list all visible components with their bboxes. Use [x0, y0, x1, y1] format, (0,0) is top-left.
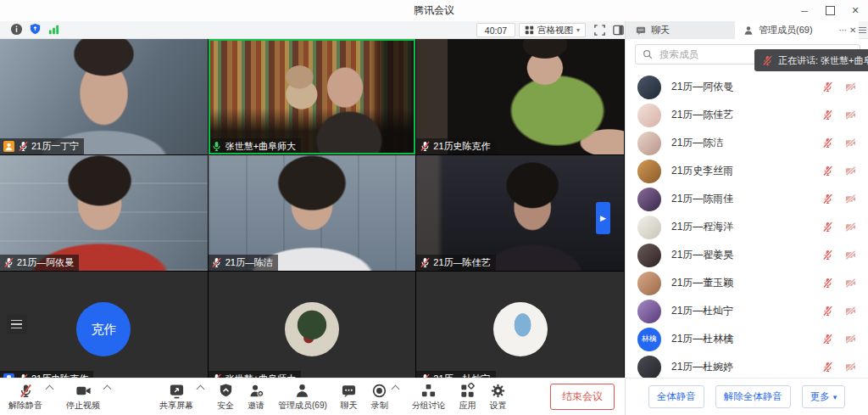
- member-avatar: [637, 132, 661, 155]
- mic-muted-icon[interactable]: [821, 306, 833, 317]
- participant-name-label: 21历史陈克作: [0, 371, 93, 378]
- video-tile[interactable]: 21历史陈克作: [416, 39, 625, 155]
- member-row[interactable]: 21历—董玉颖: [626, 269, 868, 297]
- participant-name-label: 张世慧+曲阜师大: [209, 371, 301, 378]
- video-tile[interactable]: 21历—杜灿宁: [416, 272, 625, 378]
- video-tile[interactable]: 21历—陈洁: [209, 155, 417, 272]
- member-row[interactable]: 21历—陈洁: [626, 129, 868, 157]
- member-row[interactable]: 21历—翟姜昊: [626, 241, 868, 269]
- member-row[interactable]: 林檎 21历—杜林檎: [626, 325, 868, 353]
- panel-actions: ⋯ ✕: [837, 21, 859, 39]
- camera-off-icon[interactable]: [844, 137, 856, 149]
- mute-all-button[interactable]: 全体静音 ▾: [648, 385, 704, 408]
- video-tile[interactable]: 张世慧+曲阜师大: [209, 39, 417, 155]
- menu-icon[interactable]: [859, 21, 868, 39]
- mic-muted-icon[interactable]: [821, 193, 833, 205]
- mic-muted-icon[interactable]: [821, 362, 833, 373]
- members-panel: 21历—阿依曼 21历—陈佳艺 21历—陈洁 21历史李丝雨 21历—陈雨佳: [625, 39, 868, 378]
- minimize-button[interactable]: ─: [792, 0, 817, 21]
- member-list[interactable]: 21历—阿依曼 21历—陈佳艺 21历—陈洁 21历史李丝雨 21历—陈雨佳: [626, 73, 868, 378]
- member-row[interactable]: 21历—陈雨佳: [626, 185, 868, 213]
- mic-muted-icon[interactable]: [821, 222, 833, 233]
- camera-off-icon[interactable]: [844, 222, 856, 233]
- toolbar-share-screen-button[interactable]: 共享屏幕: [159, 383, 193, 412]
- member-row[interactable]: 21历—陈佳艺: [626, 101, 868, 129]
- mic-muted-icon[interactable]: [821, 137, 833, 149]
- video-tile[interactable]: 张世慧+曲阜师大: [209, 272, 417, 378]
- member-avatar: [637, 356, 661, 379]
- share-screen-icon: [169, 383, 185, 399]
- member-row[interactable]: 21历史李丝雨: [626, 157, 868, 185]
- participant-name: 张世慧+曲阜师大: [225, 140, 296, 153]
- mic-status-icon: [419, 141, 431, 153]
- mic-muted-icon[interactable]: [821, 278, 833, 289]
- mic-muted-icon: [761, 54, 773, 66]
- video-tile[interactable]: 21历一丁宁: [0, 39, 209, 155]
- video-tile[interactable]: 克作 21历史陈克作: [0, 272, 209, 378]
- member-status-icons: [821, 306, 856, 317]
- fullscreen-icon[interactable]: [593, 24, 606, 36]
- camera-off-icon[interactable]: [844, 193, 856, 205]
- camera-off-icon[interactable]: [844, 278, 856, 289]
- close-button[interactable]: ✕: [843, 0, 868, 21]
- tab-chat-label: 聊天: [651, 24, 670, 36]
- expand-caret-icon[interactable]: [198, 386, 203, 392]
- camera-off-icon[interactable]: [844, 165, 856, 177]
- close-panel-icon[interactable]: ✕: [849, 25, 856, 35]
- toolbar-breakout-button[interactable]: 分组讨论: [412, 383, 446, 412]
- expand-caret-icon[interactable]: [47, 386, 53, 392]
- meeting-timer: 40:07: [476, 23, 515, 37]
- member-row[interactable]: 21历—杜灿宁: [626, 297, 868, 325]
- participant-avatar: 克作: [76, 302, 131, 356]
- toolbar-apps-button[interactable]: 应用: [459, 383, 476, 412]
- expand-caret-icon[interactable]: [392, 386, 398, 392]
- camera-off-icon[interactable]: [844, 81, 856, 93]
- toolbar-camera-button[interactable]: 停止视频: [66, 383, 100, 412]
- participant-avatar: [285, 302, 339, 356]
- participant-name: 21历史陈克作: [433, 140, 490, 153]
- tab-members[interactable]: 管理成员(69): [735, 21, 837, 39]
- next-page-arrow[interactable]: ▶: [596, 202, 610, 234]
- info-icon[interactable]: [10, 23, 23, 36]
- toolbar-mic-off-button[interactable]: 解除静音: [8, 383, 42, 412]
- camera-off-icon[interactable]: [844, 362, 856, 373]
- unmute-all-button[interactable]: 解除全体静音 ▾: [715, 385, 791, 408]
- search-icon: [643, 49, 653, 59]
- mic-status-icon: [211, 257, 223, 269]
- list-view-toggle[interactable]: [7, 314, 27, 334]
- mic-muted-icon[interactable]: [821, 250, 833, 261]
- side-panel-toggle-icon[interactable]: [612, 24, 625, 36]
- mic-muted-icon[interactable]: [821, 165, 833, 177]
- tab-chat[interactable]: 聊天: [625, 21, 735, 39]
- network-signal-icon[interactable]: [47, 23, 60, 36]
- mic-muted-icon[interactable]: [821, 334, 833, 345]
- security-shield-icon[interactable]: [29, 23, 42, 36]
- end-meeting-button[interactable]: 结束会议: [550, 384, 615, 410]
- mic-muted-icon[interactable]: [821, 109, 833, 121]
- toolbar-members-button[interactable]: 管理成员(69): [278, 383, 327, 412]
- video-tile[interactable]: 21历—阿依曼: [0, 155, 209, 272]
- more-actions-button[interactable]: 更多 ▾: [802, 385, 846, 408]
- member-status-icons: [821, 334, 856, 345]
- camera-icon: [75, 383, 92, 399]
- maximize-button[interactable]: [817, 0, 843, 21]
- toolbar-shield-button[interactable]: 安全: [217, 383, 234, 412]
- member-row[interactable]: 21历—程海洋: [626, 213, 868, 241]
- member-name: 21历—陈雨佳: [671, 192, 821, 206]
- camera-off-icon[interactable]: [844, 250, 856, 261]
- camera-off-icon[interactable]: [844, 334, 856, 345]
- member-row[interactable]: 21历—杜婉婷: [626, 353, 868, 378]
- expand-caret-icon[interactable]: [104, 386, 110, 392]
- more-options-icon[interactable]: ⋯: [839, 25, 848, 35]
- view-mode-select[interactable]: 宫格视图 ▾: [519, 23, 586, 37]
- video-tile[interactable]: 21历—陈佳艺: [416, 155, 625, 272]
- toolbar-settings-button[interactable]: 设置: [490, 383, 507, 412]
- camera-off-icon[interactable]: [844, 109, 856, 121]
- camera-off-icon[interactable]: [844, 306, 856, 317]
- toolbar-record-button[interactable]: 录制: [371, 383, 388, 412]
- toolbar-chat-button[interactable]: 聊天: [341, 383, 358, 412]
- member-row[interactable]: 21历—阿依曼: [626, 73, 868, 101]
- toolbar-invite-button[interactable]: 邀请: [248, 383, 264, 412]
- member-name: 21历—阿依曼: [671, 80, 821, 94]
- mic-muted-icon[interactable]: [821, 81, 833, 93]
